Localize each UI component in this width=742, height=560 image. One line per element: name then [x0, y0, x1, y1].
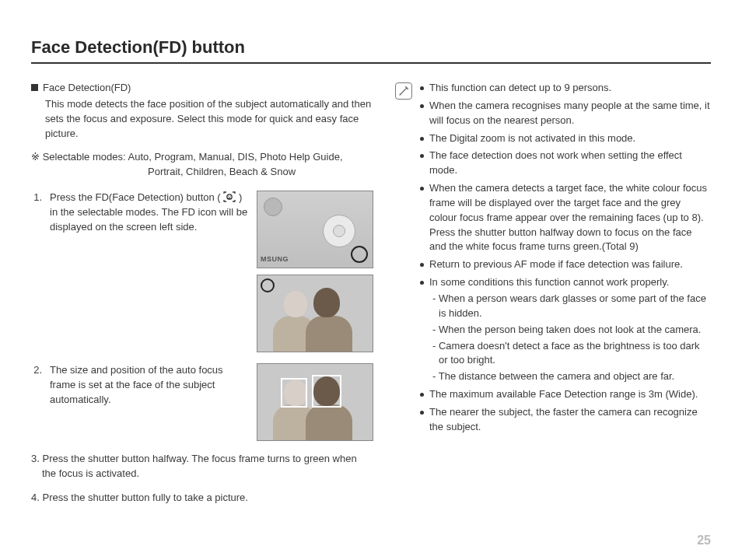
- step-1: 1. Press the FD(Face Detection) button (…: [31, 191, 373, 352]
- note-icon: [395, 82, 412, 100]
- step-3: 3. Press the shutter button halfway. The…: [31, 452, 373, 481]
- page-title: Face Detection(FD) button: [31, 37, 711, 64]
- note-item: The face detection does not work when se…: [418, 149, 711, 178]
- note-item: In some conditions this function cannot …: [418, 275, 711, 384]
- note-text: The nearer the subject, the faster the c…: [429, 406, 698, 432]
- reference-mark-icon: ※: [31, 151, 40, 163]
- page-number: 25: [697, 534, 711, 548]
- note-text: In some conditions this function cannot …: [429, 276, 669, 288]
- brand-label: MSUNG: [261, 254, 289, 264]
- step-number: 4.: [31, 492, 40, 503]
- note-text: Return to previous AF mode if face detec…: [429, 258, 683, 270]
- note-sub: - Camera doesn't detect a face as the br…: [429, 339, 711, 369]
- note-text: When the camera detects a target face, t…: [429, 182, 707, 252]
- step-text: Press the shutter button halfway. The fo…: [42, 453, 357, 479]
- step-text: Press the FD(Face Detection) button ( ) …: [50, 191, 249, 235]
- step-number: 1.: [31, 191, 42, 205]
- people-preview-thumbnail: [257, 275, 373, 352]
- notes-list: This function can detect up to 9 persons…: [418, 81, 711, 515]
- step-number: 3.: [31, 453, 40, 464]
- note-item: When the camera detects a target face, t…: [418, 181, 711, 254]
- left-column: Face Detection(FD) This mode detects the…: [31, 81, 373, 515]
- note-text: The Digital zoom is not activated in thi…: [429, 132, 635, 144]
- note-sub: - When the person being taken does not l…: [429, 323, 711, 338]
- note-text: This function can detect up to 9 persons…: [429, 82, 611, 93]
- modes-line1: Auto, Program, Manual, DIS, Photo Help G…: [128, 151, 342, 163]
- step-text: Press the shutter button fully to take a…: [42, 492, 247, 503]
- note-item: The nearer the subject, the faster the c…: [418, 405, 711, 435]
- selectable-modes: ※ Selectable modes: Auto, Program, Manua…: [31, 150, 373, 180]
- right-column: This function can detect up to 9 persons…: [395, 81, 711, 515]
- step-number: 2.: [31, 363, 42, 378]
- step-text-a: Press the FD(Face Detection) button (: [50, 191, 221, 203]
- intro-heading-row: Face Detection(FD): [31, 81, 373, 96]
- note-item: The maximum available Face Detection ran…: [418, 387, 711, 402]
- camera-back-thumbnail: MSUNG: [257, 191, 373, 268]
- step-4: 4. Press the shutter button fully to tak…: [31, 491, 373, 506]
- note-item: The Digital zoom is not activated in thi…: [418, 131, 711, 146]
- note-item: This function can detect up to 9 persons…: [418, 81, 711, 96]
- note-sub: - When a person wears dark glasses or so…: [429, 292, 711, 321]
- modes-line2: Portrait, Children, Beach & Snow: [31, 165, 373, 180]
- step-2: 2. The size and position of the auto foc…: [31, 363, 373, 441]
- svg-point-1: [228, 196, 229, 197]
- square-bullet-icon: [31, 84, 38, 91]
- note-item: Return to previous AF mode if face detec…: [418, 257, 711, 272]
- note-text: The maximum available Face Detection ran…: [429, 388, 698, 400]
- note-text: When the camera recognises many people a…: [429, 100, 710, 126]
- svg-point-2: [230, 196, 231, 197]
- modes-label: Selectable modes:: [43, 151, 126, 163]
- note-sub: - The distance between the camera and ob…: [429, 369, 711, 384]
- face-frame-thumbnail: [257, 363, 373, 441]
- step-text: The size and position of the auto focus …: [50, 363, 249, 408]
- note-text: The face detection does not work when se…: [429, 149, 682, 176]
- intro-heading: Face Detection(FD): [43, 82, 131, 93]
- note-item: When the camera recognises many people a…: [418, 99, 711, 128]
- face-detection-icon: [223, 191, 236, 202]
- intro-body: This mode detects the face position of t…: [31, 97, 373, 142]
